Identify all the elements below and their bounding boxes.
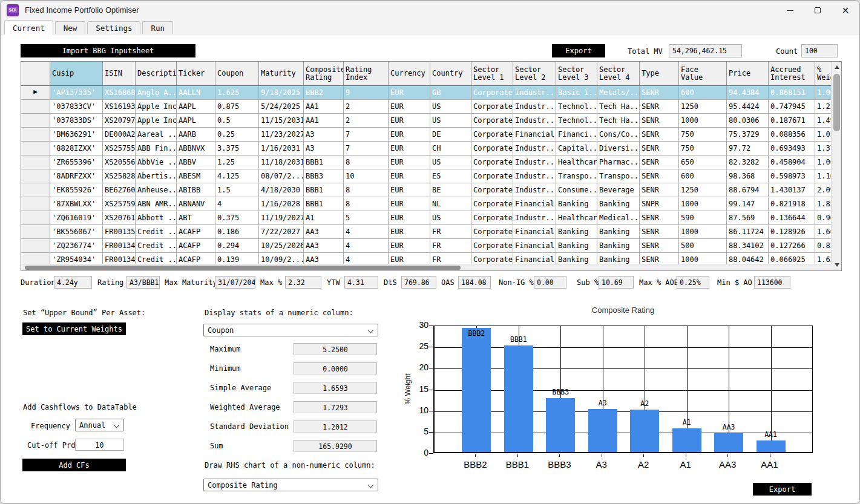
table-cell[interactable]: 4 (215, 197, 259, 211)
table-cell[interactable]: Industr... (513, 86, 556, 100)
import-bbg-button[interactable]: Import BBG Inputsheet (21, 44, 195, 57)
table-cell[interactable]: 1.063 (815, 86, 832, 100)
table-cell[interactable]: 97.72 (727, 142, 769, 155)
table-cell[interactable]: ACAFP (177, 225, 215, 239)
table-cell[interactable]: 500 (679, 239, 727, 253)
table-cell[interactable]: Corporate (471, 169, 513, 183)
table-cell[interactable]: Capital... (556, 142, 597, 155)
table-cell[interactable]: BBB1 (304, 155, 344, 169)
table-cell[interactable]: EUR (389, 86, 430, 100)
table-cell[interactable]: BE (430, 183, 471, 197)
table-cell[interactable]: 4.125 (215, 169, 259, 183)
table-cell[interactable]: Corporate (471, 239, 513, 253)
vertical-scrollbar[interactable] (831, 62, 841, 270)
table-cell[interactable]: 0.693493 (769, 142, 815, 155)
table-cell[interactable]: Industr... (513, 100, 556, 114)
table-cell[interactable]: Industr... (513, 155, 556, 169)
table-cell[interactable]: A1 (304, 211, 344, 225)
table-cell[interactable]: SENR (640, 183, 679, 197)
table-cell[interactable]: 0.747945 (769, 100, 815, 114)
table-cell[interactable]: Banking (556, 197, 597, 211)
column-header[interactable]: Sector Level 2 (513, 62, 556, 86)
table-cell[interactable]: 4/18/2030 (259, 183, 304, 197)
tab-current[interactable]: Current (4, 20, 53, 34)
table-cell[interactable]: Banking (597, 197, 640, 211)
table-cell[interactable]: 2.095 (815, 183, 832, 197)
table-cell[interactable]: '8828IZXX' (50, 142, 103, 155)
table-cell[interactable]: Financial (513, 239, 556, 253)
table-cell[interactable]: 95.4424 (727, 100, 769, 114)
table-cell[interactable]: Consume... (556, 183, 597, 197)
table-cell[interactable]: Banking (556, 239, 597, 253)
frequency-select[interactable]: Annual (75, 419, 124, 431)
table-cell[interactable]: Transpo... (597, 169, 640, 183)
table-cell[interactable]: Financial (513, 197, 556, 211)
table-cell[interactable]: 0.823 (815, 239, 832, 253)
table-cell[interactable]: 0.294 (215, 239, 259, 253)
row-selector[interactable] (21, 114, 50, 128)
table-cell[interactable]: 87.569 (727, 211, 769, 225)
table-cell[interactable]: 0.088356 (769, 128, 815, 142)
table-cell[interactable]: 94.4384 (727, 86, 769, 100)
table-cell[interactable]: 'EK855926' (50, 183, 103, 197)
table-cell[interactable]: SENR (640, 155, 679, 169)
maximize-button[interactable] (804, 1, 832, 20)
table-cell[interactable]: 11/18/2031 (259, 155, 304, 169)
table-cell[interactable]: 590 (679, 211, 727, 225)
table-cell[interactable]: US (430, 155, 471, 169)
stat-value-field[interactable]: 769.86 (401, 276, 436, 289)
table-cell[interactable]: 0.187671 (769, 114, 815, 128)
table-cell[interactable]: ABBV (177, 155, 215, 169)
table-cell[interactable]: 75.3729 (727, 128, 769, 142)
table-cell[interactable]: 1.625 (215, 86, 259, 100)
column-header[interactable]: Ticker (177, 62, 215, 86)
table-cell[interactable]: DE000A2... (103, 128, 136, 142)
table-cell[interactable]: '037833CV' (50, 100, 103, 114)
table-cell[interactable]: Industr... (513, 183, 556, 197)
table-cell[interactable]: Apple Inc. (136, 114, 177, 128)
table-cell[interactable]: Tech Ha... (597, 100, 640, 114)
table-cell[interactable]: Corporate (471, 100, 513, 114)
table-cell[interactable]: Financial (513, 128, 556, 142)
table-cell[interactable]: 0.128926 (769, 225, 815, 239)
table-cell[interactable]: SENR (640, 128, 679, 142)
table-cell[interactable]: 1.373 (815, 142, 832, 155)
column-header[interactable]: % Weight (815, 62, 832, 86)
table-cell[interactable]: 0.136644 (769, 211, 815, 225)
table-cell[interactable]: FR (430, 239, 471, 253)
table-cell[interactable]: Corporate (471, 128, 513, 142)
table-cell[interactable]: 3.375 (215, 142, 259, 155)
table-cell[interactable]: FR00135... (103, 225, 136, 239)
table-cell[interactable]: Transpo... (556, 169, 597, 183)
table-cell[interactable]: CH (430, 142, 471, 155)
table-cell[interactable]: XS20556... (103, 155, 136, 169)
add-cfs-button[interactable]: Add CFs (22, 459, 126, 471)
table-cell[interactable]: SENR (640, 142, 679, 155)
table-cell[interactable]: 0.5 (215, 114, 259, 128)
row-selector[interactable] (21, 239, 50, 253)
table-cell[interactable]: XS16193... (103, 100, 136, 114)
export-chart-button[interactable]: Export (753, 483, 812, 496)
table-cell[interactable]: XS25755... (103, 142, 136, 155)
table-cell[interactable]: EUR (389, 100, 430, 114)
count-field[interactable]: 100 (801, 44, 838, 57)
column-header[interactable]: Country (430, 62, 471, 86)
stat-value-field[interactable]: 0.00 (534, 276, 566, 289)
table-cell[interactable]: AA1 (304, 114, 344, 128)
table-cell[interactable]: 1.430137 (769, 183, 815, 197)
table-cell[interactable]: 2 (344, 100, 389, 114)
table-cell[interactable]: Aareal ... (136, 128, 177, 142)
close-button[interactable]: × (832, 1, 859, 20)
table-cell[interactable]: 600 (679, 169, 727, 183)
table-cell[interactable]: 5/24/2025 (259, 100, 304, 114)
table-cell[interactable]: 1000 (679, 197, 727, 211)
table-cell[interactable]: SENR (640, 100, 679, 114)
table-cell[interactable]: 8 (344, 155, 389, 169)
table-cell[interactable]: Industr... (513, 142, 556, 155)
column-header[interactable]: Sector Level 3 (556, 62, 597, 86)
table-cell[interactable]: EUR (389, 239, 430, 253)
table-cell[interactable]: SENR (640, 211, 679, 225)
table-cell[interactable]: FR00134... (103, 239, 136, 253)
table-cell[interactable]: Industr... (513, 169, 556, 183)
table-cell[interactable]: ABNANV (177, 197, 215, 211)
